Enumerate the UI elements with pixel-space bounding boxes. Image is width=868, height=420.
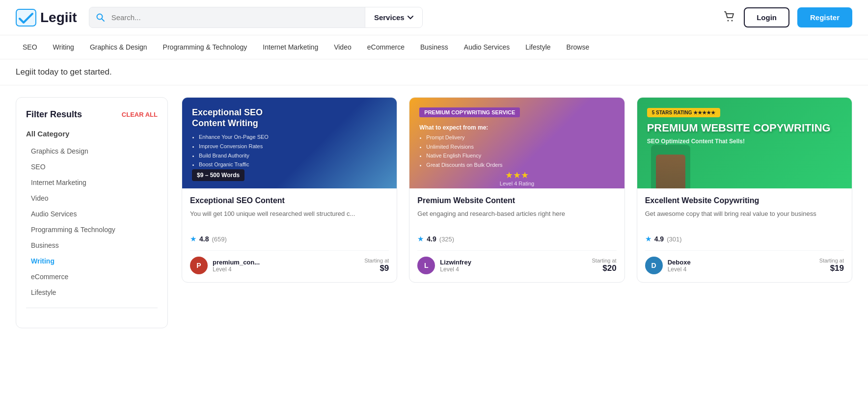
rating-val-3: 4.9 xyxy=(654,235,664,243)
filter-item-audio[interactable]: Audio Services xyxy=(26,207,158,221)
logo-icon xyxy=(16,9,36,26)
rating-val-1: 4.8 xyxy=(199,235,209,243)
seller-info-1: premium_con... Level 4 xyxy=(213,259,359,273)
nav-item-graphics[interactable]: Graphics & Design xyxy=(83,35,154,59)
card-image-1: Exceptional SEOContent Writing Enhance Y… xyxy=(182,98,397,188)
nav-item-writing[interactable]: Writing xyxy=(46,35,81,59)
card-title-3: Excellent Website Copywriting xyxy=(645,196,844,205)
card-footer-1: P premium_con... Level 4 Starting at $9 xyxy=(190,250,389,274)
bullet-2: Improve Conversion Rates xyxy=(199,142,387,151)
card-img-overlay-1: Exceptional SEOContent Writing Enhance Y… xyxy=(182,98,397,188)
bullet-2-4: Great Discounts on Bulk Orders xyxy=(426,160,614,170)
seller-info-3: Deboxe Level 4 xyxy=(668,259,814,273)
svg-line-2 xyxy=(102,19,104,21)
filter-item-video[interactable]: Video xyxy=(26,191,158,206)
filter-item-internet-marketing[interactable]: Internet Marketing xyxy=(26,175,158,190)
price-3: $19 xyxy=(819,263,844,273)
search-bar: Services xyxy=(89,7,423,28)
filter-sidebar: Filter Results CLEAR ALL All Category Gr… xyxy=(16,97,168,328)
card-desc-1: You will get 100 unique well researched … xyxy=(190,209,389,229)
nav-item-seo[interactable]: SEO xyxy=(16,35,44,59)
bullet-2-3: Native English Fluency xyxy=(426,151,614,160)
nav-item-audio[interactable]: Audio Services xyxy=(457,35,516,59)
nav-bar: SEO Writing Graphics & Design Programmin… xyxy=(0,35,868,59)
seller-level-1: Level 4 xyxy=(213,266,359,273)
price-info-1: Starting at $9 xyxy=(364,258,389,273)
chevron-down-icon xyxy=(407,16,413,20)
filter-item-ecommerce[interactable]: eCommerce xyxy=(26,269,158,284)
header: Legiit Services Login Register xyxy=(0,0,868,35)
person-image xyxy=(651,145,690,188)
services-label: Services xyxy=(374,13,405,22)
card-image-3: 5 STARS RATING ★★★★★ PREMIUM WEBSITE COP… xyxy=(637,98,852,188)
nav-item-business[interactable]: Business xyxy=(413,35,455,59)
card-image-2: PREMIUM COPYWRITING SERVICE What to expe… xyxy=(409,98,624,188)
star-icon-1: ★ xyxy=(190,235,196,243)
filter-item-lifestyle[interactable]: Lifestyle xyxy=(26,285,158,300)
filter-item-graphics[interactable]: Graphics & Design xyxy=(26,144,158,158)
nav-item-programming[interactable]: Programming & Technology xyxy=(156,35,254,59)
card-rating-3: ★ 4.9 (301) xyxy=(645,235,844,243)
svg-point-4 xyxy=(732,20,733,21)
header-actions: Login Register xyxy=(723,7,852,27)
rating-count-1: (659) xyxy=(212,236,226,243)
seller-level-2: Level 4 xyxy=(440,266,587,273)
starting-at-2: Starting at xyxy=(592,258,617,263)
clear-all-button[interactable]: CLEAR ALL xyxy=(122,111,158,118)
bullet-1: Enhance Your On-Page SEO xyxy=(199,132,387,142)
seller-info-2: Lizwinfrey Level 4 xyxy=(440,259,587,273)
logo[interactable]: Legiit xyxy=(16,9,77,26)
card-body-3: Excellent Website Copywriting Get awesom… xyxy=(637,188,852,282)
service-card-1[interactable]: Exceptional SEOContent Writing Enhance Y… xyxy=(182,97,397,283)
rating-val-2: 4.9 xyxy=(427,235,436,243)
avatar-3: D xyxy=(645,257,663,274)
search-icon xyxy=(89,13,111,22)
card-rating-1: ★ 4.8 (659) xyxy=(190,235,389,243)
card-img-sub: SEO Optimized Content That Sells! xyxy=(647,138,831,145)
premium-badge: PREMIUM COPYWRITING SERVICE xyxy=(419,107,520,117)
main-content: Filter Results CLEAR ALL All Category Gr… xyxy=(0,85,868,340)
logo-text: Legiit xyxy=(40,10,77,26)
subtitle-text: Legiit today to get started. xyxy=(16,67,112,77)
starting-at-3: Starting at xyxy=(819,258,844,263)
nav-item-lifestyle[interactable]: Lifestyle xyxy=(518,35,557,59)
avatar-2: L xyxy=(417,257,435,274)
seller-name-2: Lizwinfrey xyxy=(440,259,587,266)
what-to-expect: What to expect from me: xyxy=(419,124,614,131)
star-icon-2: ★ xyxy=(417,235,424,243)
filter-item-seo[interactable]: SEO xyxy=(26,159,158,174)
seller-name-1: premium_con... xyxy=(213,259,359,266)
filter-item-writing[interactable]: Writing xyxy=(26,254,158,268)
rating-count-2: (325) xyxy=(439,236,454,243)
filter-item-programming[interactable]: Programming & Technology xyxy=(26,222,158,237)
card-footer-2: L Lizwinfrey Level 4 Starting at $20 xyxy=(417,250,616,274)
nav-item-browse[interactable]: Browse xyxy=(560,35,597,59)
subtitle-bar: Legiit today to get started. xyxy=(0,59,868,85)
register-button[interactable]: Register xyxy=(797,7,852,27)
login-button[interactable]: Login xyxy=(744,7,789,27)
level-badge: Level 4 Rating xyxy=(419,181,614,186)
card-title-1: Exceptional SEO Content xyxy=(190,196,389,205)
filter-section-title: All Category xyxy=(26,130,158,138)
seller-level-3: Level 4 xyxy=(668,266,814,273)
card-desc-3: Get awesome copy that will bring real va… xyxy=(645,209,844,229)
card-img-title-1: Exceptional SEOContent Writing xyxy=(192,107,387,129)
service-card-3[interactable]: 5 STARS RATING ★★★★★ PREMIUM WEBSITE COP… xyxy=(637,97,852,283)
filter-list: Graphics & Design SEO Internet Marketing… xyxy=(26,144,158,300)
cards-grid: Exceptional SEOContent Writing Enhance Y… xyxy=(182,97,852,283)
filter-item-business[interactable]: Business xyxy=(26,238,158,253)
svg-point-3 xyxy=(728,20,729,21)
price-info-3: Starting at $19 xyxy=(819,258,844,273)
services-dropdown[interactable]: Services xyxy=(365,7,422,27)
card-body-1: Exceptional SEO Content You will get 100… xyxy=(182,188,397,282)
card-footer-3: D Deboxe Level 4 Starting at $19 xyxy=(645,250,844,274)
bullet-2-2: Unlimited Revisions xyxy=(426,142,614,152)
stars-badge: 5 STARS RATING ★★★★★ xyxy=(647,108,721,117)
cart-icon[interactable] xyxy=(723,10,736,25)
nav-item-video[interactable]: Video xyxy=(327,35,358,59)
service-card-2[interactable]: PREMIUM COPYWRITING SERVICE What to expe… xyxy=(409,97,624,283)
nav-item-internet-marketing[interactable]: Internet Marketing xyxy=(256,35,325,59)
nav-item-ecommerce[interactable]: eCommerce xyxy=(360,35,411,59)
search-input[interactable] xyxy=(111,7,365,27)
seller-name-3: Deboxe xyxy=(668,259,814,266)
